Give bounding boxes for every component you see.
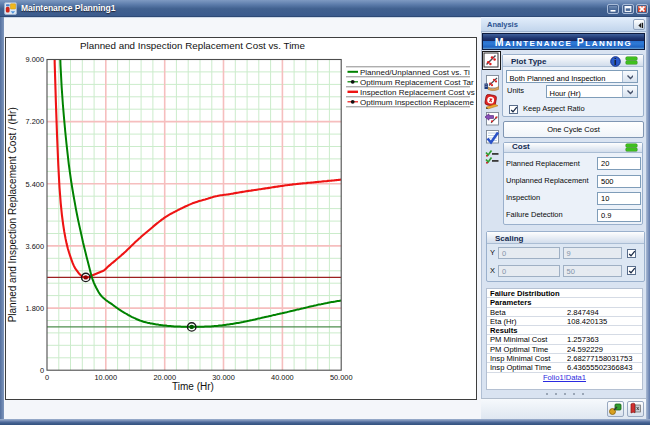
svg-text:40.000: 40.000 xyxy=(271,373,294,382)
svg-text:7.200: 7.200 xyxy=(26,117,45,126)
svg-text:Planned/Unplanned Cost vs. Ti: Planned/Unplanned Cost vs. Ti xyxy=(360,68,470,77)
svg-text:Planned and Inspection Replace: Planned and Inspection Replacement Cost … xyxy=(7,107,18,322)
svg-text:10.000: 10.000 xyxy=(94,373,117,382)
svg-text:9.000: 9.000 xyxy=(26,55,45,64)
svg-text:5.400: 5.400 xyxy=(26,180,45,189)
svg-text:30.000: 30.000 xyxy=(212,373,235,382)
svg-text:3.600: 3.600 xyxy=(26,242,45,251)
svg-text:Inspection Replacement Cost vs: Inspection Replacement Cost vs xyxy=(360,88,475,97)
svg-text:0: 0 xyxy=(45,373,49,382)
svg-text:Time (Hr): Time (Hr) xyxy=(172,381,214,392)
svg-text:i: i xyxy=(614,56,616,66)
svg-text:50.000: 50.000 xyxy=(330,373,353,382)
svg-text:Planned and Inspection Replace: Planned and Inspection Replacement Cost … xyxy=(80,40,305,51)
svg-text:1.800: 1.800 xyxy=(26,304,45,313)
svg-text:Optimum Inspection Replaceme: Optimum Inspection Replaceme xyxy=(360,98,474,107)
svg-text:0: 0 xyxy=(40,366,44,375)
svg-text:Optimum Replacement Cost Tar: Optimum Replacement Cost Tar xyxy=(360,78,474,87)
